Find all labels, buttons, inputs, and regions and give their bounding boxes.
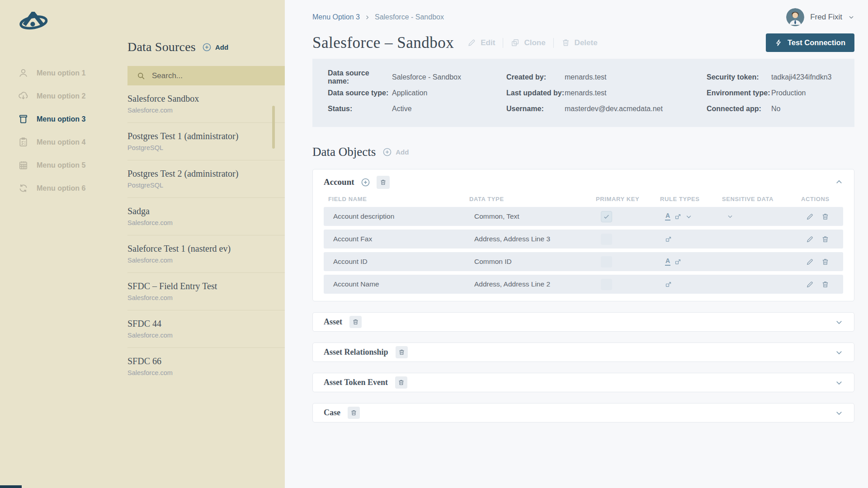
section-asset-token-event[interactable]: Asset Token Event xyxy=(312,373,854,392)
pencil-icon[interactable] xyxy=(806,281,814,288)
source-type: Salesforce.com xyxy=(127,219,285,226)
section-title: Asset Relationship xyxy=(324,347,388,357)
detail-label: Created by: xyxy=(506,73,565,81)
detail-label: Data source name: xyxy=(328,69,392,85)
delete-account-section-button[interactable] xyxy=(377,176,390,189)
detail-value: Salesforce - Sandbox xyxy=(392,73,461,81)
list-item[interactable]: Saleforce Test 1 (nasterd ev) Salesforce… xyxy=(127,235,285,273)
plus-circle-icon xyxy=(202,42,212,52)
chevron-down-icon[interactable] xyxy=(835,348,843,357)
source-name: Sadga xyxy=(127,206,285,216)
scale-rule-icon[interactable] xyxy=(665,236,672,243)
scale-rule-icon[interactable] xyxy=(675,213,681,220)
trash-icon[interactable] xyxy=(821,213,829,221)
detail-value: Active xyxy=(392,105,412,113)
trash-icon xyxy=(350,409,357,416)
list-item[interactable]: Postgres Test 2 (administrator) PostgreS… xyxy=(127,160,285,198)
sensitive-data xyxy=(727,213,802,220)
delete-section-button[interactable] xyxy=(348,407,360,419)
edit-label: Edit xyxy=(481,38,495,47)
detail-value: Application xyxy=(392,89,427,97)
delete-button[interactable]: Delete xyxy=(561,38,598,47)
detail-label: Security token: xyxy=(707,73,771,81)
pencil-icon[interactable] xyxy=(806,213,814,221)
add-data-source-button[interactable]: Add xyxy=(202,42,228,52)
chevron-down-icon[interactable] xyxy=(685,213,692,220)
sidebar-item-menu-option-2[interactable]: Menu option 2 xyxy=(18,84,127,108)
clone-button[interactable]: Clone xyxy=(511,38,545,47)
source-type: Salesforce.com xyxy=(127,257,285,264)
edit-button[interactable]: Edit xyxy=(467,38,495,47)
chevron-down-icon xyxy=(848,14,854,20)
table-row: Account description Common, Text A xyxy=(324,207,843,226)
list-item[interactable]: SFDC 66 Salesforce.com xyxy=(127,348,285,385)
list-item[interactable]: Postgres Test 1 (administrator) PostgreS… xyxy=(127,123,285,160)
detail-label: Environment type: xyxy=(707,89,771,97)
detail-value: masterdev@dev.acmedata.net xyxy=(565,105,663,113)
pencil-icon[interactable] xyxy=(806,235,814,243)
test-connection-label: Test Connection xyxy=(788,38,845,47)
sidebar-item-label: Menu option 6 xyxy=(37,184,85,192)
section-title: Case xyxy=(324,408,340,418)
column-header: PRIMARY KEY xyxy=(596,196,660,202)
scale-rule-icon[interactable] xyxy=(675,258,681,265)
trash-icon[interactable] xyxy=(821,258,829,266)
sidebar-item-label: Menu option 3 xyxy=(37,115,85,123)
source-name: Postgres Test 2 (administrator) xyxy=(127,169,285,179)
sidebar-scrollbar[interactable] xyxy=(272,106,275,149)
search-icon xyxy=(137,71,146,80)
data-source-details: Data source name:Salesforce - Sandbox Cr… xyxy=(312,59,854,127)
trash-icon[interactable] xyxy=(821,281,829,288)
chevron-down-icon[interactable] xyxy=(835,318,843,326)
bottom-corner-strip xyxy=(0,485,22,488)
delete-label: Delete xyxy=(575,38,598,47)
primary-key-checkbox[interactable] xyxy=(601,279,612,290)
trash-icon[interactable] xyxy=(821,235,829,243)
sidebar-item-label: Menu option 5 xyxy=(37,161,85,169)
primary-key-checkbox[interactable] xyxy=(601,256,612,267)
section-asset[interactable]: Asset xyxy=(312,312,854,332)
primary-key-checkbox[interactable] xyxy=(601,234,612,245)
sidebar-item-menu-option-4[interactable]: Menu option 4 xyxy=(18,131,127,154)
chevron-up-icon[interactable] xyxy=(835,178,843,186)
row-actions xyxy=(802,258,839,266)
list-item[interactable]: SFDC 44 Salesforce.com xyxy=(127,310,285,348)
section-asset-relationship[interactable]: Asset Relationship xyxy=(312,343,854,362)
data-objects-header: Data Objects Add xyxy=(312,145,854,159)
add-field-icon[interactable] xyxy=(361,178,370,187)
lightning-icon xyxy=(775,39,783,47)
breadcrumb-parent[interactable]: Menu Option 3 xyxy=(312,13,360,21)
list-item[interactable]: Sadga Salesforce.com xyxy=(127,198,285,235)
delete-section-button[interactable] xyxy=(396,346,408,358)
list-item[interactable]: SFDC – Field Entry Test Salesforce.com xyxy=(127,273,285,310)
user-menu[interactable]: Fred Fixit xyxy=(786,8,854,26)
font-rule-icon[interactable]: A xyxy=(665,258,670,266)
data-objects-title: Data Objects xyxy=(312,145,376,159)
cloud-download-icon xyxy=(18,91,28,101)
font-rule-icon[interactable]: A xyxy=(665,212,670,221)
source-type: Salesforce.com xyxy=(127,107,285,114)
pencil-icon[interactable] xyxy=(806,258,814,266)
scale-rule-icon[interactable] xyxy=(665,281,672,288)
primary-key-checkbox[interactable] xyxy=(601,211,612,222)
source-type: PostgreSQL xyxy=(127,144,285,151)
search-input[interactable] xyxy=(152,71,278,80)
test-connection-button[interactable]: Test Connection xyxy=(766,33,854,52)
detail-label: Connected app: xyxy=(707,105,771,113)
chevron-down-icon[interactable] xyxy=(835,379,843,387)
rule-types: A xyxy=(665,212,727,221)
delete-section-button[interactable] xyxy=(395,376,407,389)
data-source-search xyxy=(127,66,285,85)
sidebar-item-menu-option-5[interactable]: Menu option 5 xyxy=(18,154,127,177)
calendar-icon xyxy=(18,160,28,170)
sidebar-item-menu-option-6[interactable]: Menu option 6 xyxy=(18,177,127,200)
list-item[interactable]: Salesforce Sandbox Salesforce.com xyxy=(127,85,285,123)
sidebar-item-menu-option-1[interactable]: Menu option 1 xyxy=(18,61,127,84)
chevron-down-icon[interactable] xyxy=(727,213,733,220)
breadcrumb-current[interactable]: Salesforce - Sandbox xyxy=(375,13,444,21)
delete-section-button[interactable] xyxy=(349,316,362,328)
section-case[interactable]: Case xyxy=(312,403,854,422)
add-data-object-button[interactable]: Add xyxy=(382,147,409,157)
sidebar-item-menu-option-3[interactable]: Menu option 3 xyxy=(18,108,127,131)
chevron-down-icon[interactable] xyxy=(835,409,843,417)
